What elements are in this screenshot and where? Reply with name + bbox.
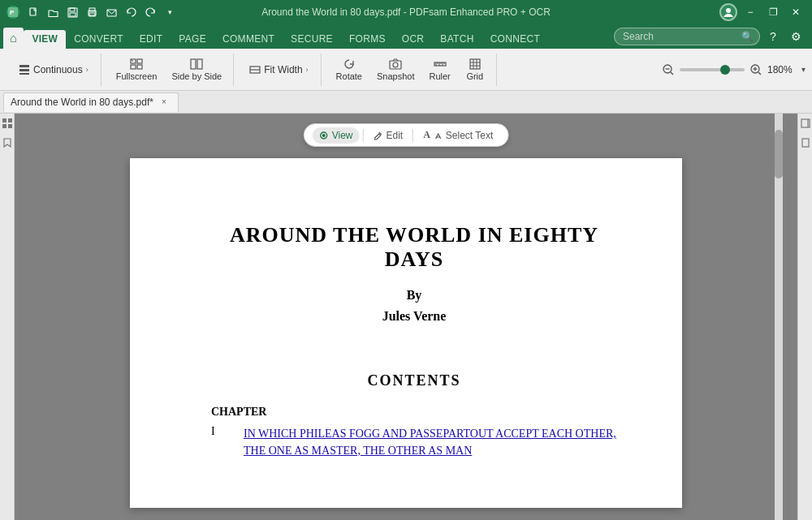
window-controls: − ❐ ✕ [719,3,806,21]
svg-rect-12 [19,69,29,71]
open-file-button[interactable] [44,3,62,21]
pdf-chapter-link[interactable]: IN WHICH PHILEAS FOGG AND PASSEPARTOUT A… [244,425,617,459]
fit-page-button[interactable] [799,136,812,149]
view-mode-view-button[interactable]: View [313,127,360,144]
zoom-thumb [720,65,730,75]
side-by-side-label: Side by Side [171,71,222,81]
snapshot-label: Snapshot [377,71,414,81]
pdf-viewer-area: View Edit A Select Text AROUND THE WORLD… [15,114,797,520]
save-button[interactable] [63,3,81,21]
rotate-label: Rotate [336,71,362,81]
title-bar: P ▾ A [0,0,812,24]
minimize-button[interactable]: − [741,4,760,20]
expand-right-panel-button[interactable] [799,117,812,130]
pdf-chapter-number: I [211,425,227,438]
fit-width-label: Fit Width [264,64,302,75]
svg-point-49 [322,134,326,137]
pdf-page: AROUND THE WORLD IN EIGHTY DAYS By Jules… [130,158,682,508]
pdf-contents-heading: CONTENTS [211,372,617,389]
tab-view[interactable]: VIEW [24,30,66,49]
email-button[interactable] [102,3,120,21]
user-avatar[interactable] [719,3,737,21]
view-mode-edit-button[interactable]: Edit [366,127,409,144]
fullscreen-button[interactable]: Fullscreen [111,57,162,83]
settings-button[interactable]: ⚙ [786,27,806,46]
continuous-view-button[interactable]: Continuous › [13,62,94,78]
zoom-slider[interactable] [680,68,745,71]
tab-home[interactable]: ⌂ [3,28,24,49]
new-file-button[interactable] [24,3,42,21]
vertical-scrollbar[interactable] [775,114,783,520]
continuous-label: Continuous [33,64,83,75]
zoom-value-label: 180% [767,64,798,75]
document-tab[interactable]: Around the World in 80 days.pdf* × [3,92,179,112]
pdf-author-name: Jules Verne [211,309,617,324]
rotate-button[interactable]: Rotate [331,57,367,83]
ruler-label: Ruler [429,71,450,81]
tab-comment[interactable]: COMMENT [214,30,283,49]
quick-access-toolbar: ▾ [24,3,179,21]
continuous-chevron: › [86,66,89,74]
svg-rect-16 [137,59,142,63]
tab-forms[interactable]: FORMS [341,30,394,49]
grid-button[interactable]: Grid [460,57,490,83]
svg-rect-13 [19,73,29,75]
tab-convert[interactable]: CONVERT [66,30,132,49]
snapshot-button[interactable]: Snapshot [372,57,419,83]
document-tab-filename: Around the World in 80 days.pdf* [11,97,153,108]
svg-text:P: P [10,9,15,16]
view-mode-selecttext-button[interactable]: A Select Text [417,127,499,144]
tab-page[interactable]: PAGE [171,30,214,49]
zoom-fit-group: Fit Width › [237,54,321,86]
bookmarks-panel-button[interactable] [1,136,14,149]
close-button[interactable]: ✕ [786,4,806,20]
svg-rect-44 [2,118,6,122]
svg-rect-46 [2,124,6,128]
svg-rect-36 [470,59,480,69]
redo-button[interactable] [141,3,159,21]
search-input[interactable] [614,28,760,45]
svg-rect-45 [8,118,12,122]
zoom-dropdown-button[interactable]: ▾ [801,65,806,74]
tab-close-button[interactable]: × [158,97,170,108]
thumbnails-panel-button[interactable] [1,117,14,130]
svg-rect-20 [197,59,202,69]
search-icon: 🔍 [741,31,754,42]
view-button-label: View [332,130,353,141]
main-area: View Edit A Select Text AROUND THE WORLD… [0,114,812,520]
view-mode-group: Continuous › [6,54,102,86]
app-icon: P [6,6,19,19]
tab-connect[interactable]: CONNECT [482,30,548,49]
restore-button[interactable]: ❐ [763,4,783,20]
svg-point-10 [726,8,731,13]
print-button[interactable] [83,3,101,21]
svg-rect-2 [30,8,36,15]
ribbon-tab-bar: ⌂ VIEW CONVERT EDIT PAGE COMMENT SECURE … [0,24,812,49]
fit-width-button[interactable]: Fit Width › [244,62,313,78]
pdf-chapter-label: CHAPTER [211,406,617,419]
side-by-side-button[interactable]: Side by Side [166,57,227,83]
ruler-button[interactable]: Ruler [424,57,455,83]
pdf-book-title: AROUND THE WORLD IN EIGHTY DAYS [211,223,617,272]
svg-rect-47 [8,124,12,128]
pdf-by-text: By [211,288,617,303]
zoom-out-button[interactable] [660,62,676,78]
fitwidth-chevron: › [306,66,309,74]
tab-secure[interactable]: SECURE [283,30,341,49]
help-button[interactable]: ? [763,27,783,46]
undo-button[interactable] [122,3,140,21]
selecttext-button-label: Select Text [446,130,493,141]
tab-ocr[interactable]: OCR [394,30,433,49]
document-tab-bar: Around the World in 80 days.pdf* × [0,91,812,114]
zoom-in-button[interactable] [748,62,764,78]
svg-line-39 [671,72,673,75]
quickaccess-dropdown-button[interactable]: ▾ [161,3,179,21]
tab-batch[interactable]: BATCH [432,30,482,49]
layout-group: Fullscreen Side by Side [105,54,235,86]
window-title: Around the World in 80 days.pdf - PDFsam… [261,6,551,18]
tab-edit[interactable]: EDIT [132,30,171,49]
scrollbar-thumb[interactable] [775,130,783,178]
toolbar-separator-2 [412,129,413,142]
left-panel [0,114,15,520]
edit-button-label: Edit [386,130,403,141]
